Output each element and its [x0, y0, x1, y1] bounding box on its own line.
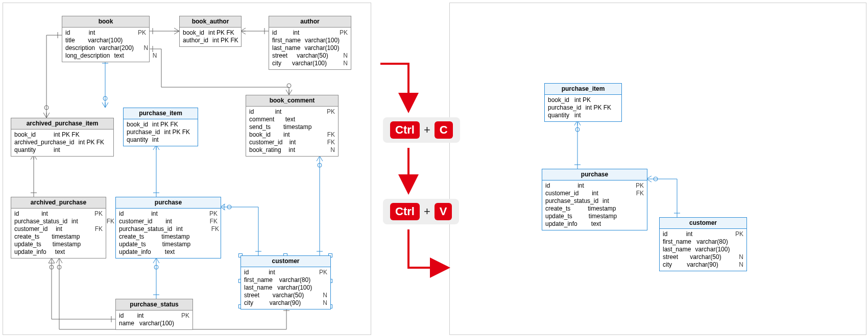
col-type: int [56, 225, 84, 233]
col-type: int [71, 218, 100, 225]
svg-line-13 [46, 113, 50, 118]
col-name: quantity [548, 112, 569, 119]
right-diagram-panel[interactable]: purchase_item book_idint PKpurchase_idin… [449, 3, 866, 335]
col-type: int [602, 197, 631, 205]
c-key: C [435, 121, 453, 139]
col-name: id [663, 230, 667, 238]
svg-point-20 [287, 84, 291, 88]
column-row: book_idintFK [249, 131, 335, 139]
col-key: N [733, 253, 743, 261]
col-type: int [288, 146, 317, 154]
entity-author[interactable]: author idintPKfirst_namevarchar(100)last… [269, 16, 351, 70]
column-row: cityvarchar(90)N [244, 299, 327, 307]
col-name: update_ts [545, 213, 572, 220]
col-name: send_ts [249, 123, 271, 131]
col-type: int [176, 225, 205, 233]
column-row: quantityint [14, 146, 110, 154]
col-key: FK [92, 225, 103, 233]
col-name: street [663, 253, 678, 261]
entity-purchase[interactable]: purchase idintPKcustomer_idintFKpurchase… [115, 197, 221, 259]
entity-purchase-item[interactable]: purchase_item book_idint PKpurchase_idin… [544, 83, 622, 122]
column-row: quantityint [548, 112, 618, 119]
col-key: PK [92, 210, 103, 218]
entity-purchase-item[interactable]: purchase_item book_idint PK FKpurchase_i… [123, 108, 198, 146]
ctrl-key: Ctrl [390, 203, 420, 220]
column-row: idintPK [119, 210, 218, 218]
svg-line-30 [56, 258, 59, 263]
entity-body: idintPKfirst_namevarchar(100)last_nameva… [269, 28, 351, 69]
col-name: purchase_status_id [545, 197, 598, 205]
column-row: send_tstimestamp [249, 123, 335, 131]
col-type: timestamp [53, 241, 81, 248]
column-row: last_namevarchar(100) [272, 44, 348, 52]
col-type: timestamp [588, 205, 616, 213]
col-key: FK [104, 218, 114, 225]
col-key [317, 276, 327, 284]
column-row: purchase_idint PK FK [548, 104, 618, 112]
col-type: text [285, 116, 314, 123]
col-key [608, 112, 618, 119]
col-type: varchar(50) [690, 253, 721, 261]
entity-book-author[interactable]: book_author book_idint PK FKauthor_idint… [179, 16, 242, 47]
col-key [634, 205, 644, 213]
left-diagram-panel[interactable]: book idintPKtitlevarchar(100)description… [3, 3, 371, 335]
column-row: idintPK [14, 210, 103, 218]
entity-body: idintPKnamevarchar(100) [116, 311, 192, 329]
entity-book-comment[interactable]: book_comment idintPKcommenttextsend_tsti… [246, 95, 339, 157]
col-name: customer_id [14, 225, 47, 233]
col-key: N [138, 44, 148, 52]
entity-body: idintPKfirst_namevarchar(80)last_namevar… [241, 267, 330, 309]
col-key [92, 241, 103, 248]
col-name: customer_id [119, 218, 152, 225]
col-type: text [165, 248, 194, 256]
column-row: streetvarchar(50)N [244, 292, 327, 299]
column-row: update_infotext [119, 248, 218, 256]
column-row: book_idint PK FK [14, 131, 110, 139]
entity-archived-purchase-item[interactable]: archived_purchase_item book_idint PK FKa… [11, 118, 114, 157]
column-row: idintPK [119, 312, 189, 320]
column-row: idintPK [249, 108, 335, 116]
entity-customer[interactable]: customer idintPKfirst_namevarchar(80)las… [659, 217, 747, 271]
column-row: cityvarchar(90)N [663, 261, 743, 269]
column-row: customer_idintFK [545, 190, 644, 197]
col-name: id [119, 312, 124, 320]
column-row: first_namevarchar(80) [244, 276, 327, 284]
column-row: first_namevarchar(80) [663, 238, 743, 246]
column-row: archived_purchase_idint PK FK [14, 139, 110, 146]
column-row: book_idint PK FK [183, 29, 238, 37]
col-type: int PK FK [54, 131, 82, 139]
col-name: city [272, 60, 281, 67]
entity-title: purchase_status [116, 299, 192, 311]
col-name: last_name [244, 284, 272, 292]
col-type: varchar(100) [292, 60, 327, 67]
entity-book[interactable]: book idintPKtitlevarchar(100)description… [62, 16, 150, 62]
col-key: PK [733, 230, 743, 238]
col-key [185, 136, 195, 144]
col-key: PK [317, 269, 327, 276]
entity-purchase[interactable]: purchase idintPKcustomer_idintFKpurchase… [542, 169, 647, 230]
col-key: PK [634, 182, 644, 190]
col-name: last_name [272, 44, 300, 52]
entity-purchase-status[interactable]: purchase_status idintPKnamevarchar(100) [115, 299, 193, 330]
col-name: author_id [183, 37, 208, 44]
column-row: namevarchar(100) [119, 320, 189, 327]
entity-archived-purchase[interactable]: archived_purchase idintPKpurchase_status… [11, 197, 106, 259]
column-row: streetvarchar(50)N [663, 253, 743, 261]
col-name: purchase_id [548, 104, 581, 112]
column-row: purchase_status_idintFK [14, 218, 103, 225]
col-key: N [317, 299, 327, 307]
column-row: last_namevarchar(100) [244, 284, 327, 292]
col-name: id [545, 182, 550, 190]
col-key: N [337, 60, 348, 67]
col-key [179, 320, 189, 327]
col-type: int PK FK [164, 128, 192, 136]
svg-line-35 [102, 102, 105, 108]
col-type: int [592, 190, 620, 197]
entity-customer[interactable]: customer idintPKfirst_namevarchar(80)las… [240, 255, 331, 309]
column-row: idintPK [272, 29, 348, 37]
column-row: idintPK [244, 269, 327, 276]
col-type: int [41, 210, 70, 218]
column-row: customer_idintFK [14, 225, 103, 233]
col-key [325, 116, 335, 123]
col-name: title [65, 37, 75, 44]
